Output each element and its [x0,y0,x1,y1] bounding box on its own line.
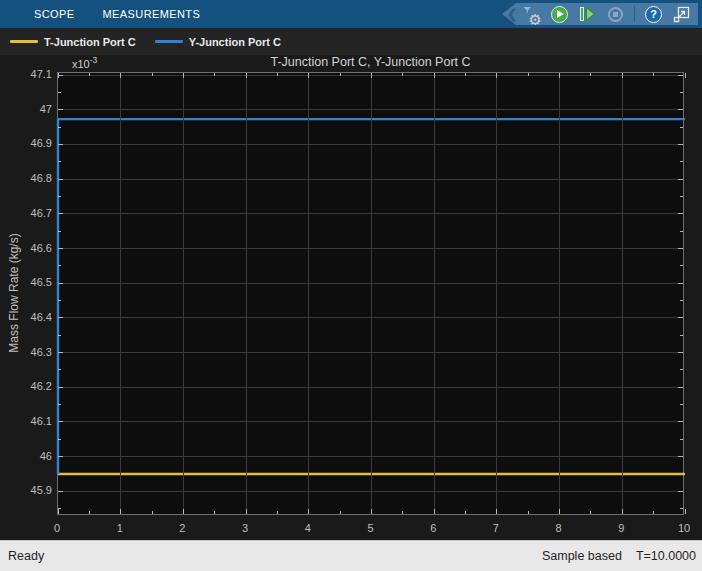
y-major-tick [58,248,63,249]
tab-scope[interactable]: SCOPE [20,0,89,28]
v-gridline [434,73,435,514]
y-minor-tick [58,369,61,370]
x-minor-tick [465,73,466,76]
x-major-tick [308,73,309,78]
y-major-tick [58,421,63,422]
v-gridline [246,73,247,514]
y-tick-label: 47.1 [0,67,52,81]
legend-swatch [10,40,38,43]
y-tick-label: 47 [0,102,52,116]
y-major-tick [678,387,683,388]
x-tick-label: 7 [481,521,511,535]
status-bar: Ready Sample based T=10.0000 [0,540,702,571]
y-minor-tick [58,196,61,197]
y-minor-tick [58,404,61,405]
status-message: Ready [8,549,44,563]
step-forward-button[interactable] [578,5,597,24]
x-tick-label: 1 [105,521,135,535]
help-button[interactable]: ? [644,5,663,24]
x-minor-tick [340,73,341,76]
legend-label: T-Junction Port C [44,36,136,48]
y-minor-tick [58,508,61,509]
y-minor-tick [680,196,683,197]
y-minor-tick [58,161,61,162]
x-minor-tick [653,511,654,514]
y-tick-label: 46.2 [0,379,52,393]
x-tick-label: 2 [167,521,197,535]
settings-button[interactable]: ⚙ [522,5,541,24]
v-gridline [308,73,309,514]
y-major-tick [678,144,683,145]
simulation-time-label: T=10.0000 [636,549,696,563]
y-major-tick [678,109,683,110]
x-minor-tick [89,511,90,514]
legend-bar: T-Junction Port C Y-Junction Port C [0,28,702,55]
x-major-tick [496,509,497,514]
run-button[interactable] [550,5,569,24]
x-major-tick [308,509,309,514]
x-minor-tick [402,73,403,76]
legend-label: Y-Junction Port C [189,36,281,48]
x-minor-tick [528,511,529,514]
x-minor-tick [590,511,591,514]
x-major-tick [496,73,497,78]
x-minor-tick [590,73,591,76]
y-major-tick [58,456,63,457]
v-gridline [622,73,623,514]
x-tick-label: 3 [230,521,260,535]
y-tick-label: 46.4 [0,310,52,324]
x-minor-tick [89,73,90,76]
y-minor-tick [680,300,683,301]
y-major-tick [58,283,63,284]
y-minor-tick [58,127,61,128]
x-major-tick [622,509,623,514]
y-major-tick [678,213,683,214]
step-forward-icon [579,6,596,22]
x-major-tick [58,73,59,78]
plot-axes[interactable] [57,72,684,515]
x-major-tick [371,73,372,78]
undock-button[interactable] [672,5,691,24]
x-tick-label: 6 [418,521,448,535]
y-major-tick [58,491,63,492]
legend-item-t-junction[interactable]: T-Junction Port C [10,36,136,48]
y-tick-label: 45.9 [0,483,52,497]
legend-item-y-junction[interactable]: Y-Junction Port C [155,36,281,48]
x-minor-tick [214,73,215,76]
toolstrip: SCOPE MEASUREMENTS ❮ ⚙ [0,0,702,28]
x-major-tick [685,509,686,514]
y-major-tick [678,421,683,422]
x-tick-label: 10 [669,521,699,535]
figure-area: T-Junction Port C, Y-Junction Port C x10… [0,55,702,540]
y-tick-label: 46.6 [0,241,52,255]
y-minor-tick [680,231,683,232]
x-major-tick [120,73,121,78]
x-minor-tick [277,511,278,514]
x-tick-label: 5 [356,521,386,535]
x-minor-tick [152,511,153,514]
y-major-tick [678,179,683,180]
y-tick-label: 46.1 [0,414,52,428]
x-minor-tick [402,511,403,514]
v-gridline [183,73,184,514]
x-major-tick [559,509,560,514]
y-tick-label: 46.8 [0,171,52,185]
collapse-toolbar-icon[interactable]: ❮ [507,7,517,21]
y-major-tick [678,317,683,318]
y-minor-tick [58,300,61,301]
v-gridline [120,73,121,514]
y-minor-tick [680,127,683,128]
y-minor-tick [58,265,61,266]
y-major-tick [678,456,683,457]
undock-icon [673,6,690,23]
tab-measurements[interactable]: MEASUREMENTS [89,0,215,28]
y-minor-tick [680,474,683,475]
x-major-tick [120,509,121,514]
y-minor-tick [680,335,683,336]
y-tick-label: 46 [0,449,52,463]
y-minor-tick [58,439,61,440]
y-major-tick [58,213,63,214]
x-minor-tick [465,511,466,514]
stop-button[interactable] [606,5,625,24]
y-axis-exponent: x10-3 [72,55,97,70]
